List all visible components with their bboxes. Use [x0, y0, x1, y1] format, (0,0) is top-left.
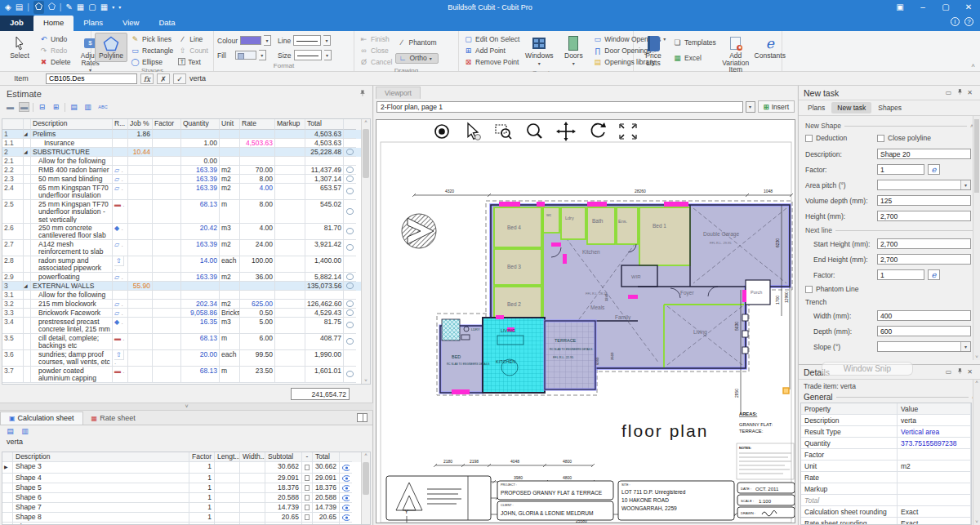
zoom-tool-icon[interactable] — [528, 124, 541, 138]
item-input[interactable] — [46, 73, 137, 84]
col-job[interactable]: Job % — [128, 119, 153, 130]
details-row[interactable]: Quantity 373.75155897238 — [801, 438, 971, 449]
tab-plans[interactable]: Plans — [74, 16, 113, 31]
calc-row[interactable]: Shape 8 1 20.65 20.65 — [2, 513, 370, 523]
tab-shapes[interactable]: Shapes — [872, 102, 907, 113]
details-pin-icon[interactable] — [954, 367, 964, 376]
trench-width-input[interactable]: 400 — [877, 310, 971, 321]
colour-dropdown-icon[interactable]: ▾ — [264, 35, 271, 46]
fx-button[interactable]: fx — [140, 73, 154, 84]
finish-button[interactable]: ⇤Finish — [358, 33, 394, 44]
estimate-row[interactable]: 3.7 powder coated aluminium capping ▬ . … — [2, 367, 370, 383]
col-quantity[interactable]: Quantity — [181, 119, 220, 130]
details-row[interactable]: Markup — [801, 483, 971, 495]
viewport-tab[interactable]: Viewport — [376, 87, 421, 99]
visibility-eye-icon[interactable] — [340, 483, 352, 493]
newtask-close-icon[interactable]: ✕ — [964, 89, 975, 96]
info-icon[interactable]: i — [951, 17, 960, 26]
tab-home[interactable]: Home — [33, 16, 74, 31]
window-style-icon[interactable]: ▣ — [889, 0, 911, 15]
colour-swatch[interactable] — [240, 36, 261, 45]
line-style-dropdown-icon[interactable]: ▾ — [323, 35, 331, 46]
calc-col-length[interactable]: Lengt... — [215, 452, 240, 462]
height-input[interactable]: 2,700 — [877, 211, 971, 221]
outdent-icon[interactable]: ▬ — [5, 103, 16, 111]
horizontal-splitter[interactable]: ˅ — [0, 403, 373, 411]
redo-button[interactable]: ↷Redo — [38, 45, 73, 56]
calc-row[interactable]: Shape 4 1 29.091 29.091 — [2, 474, 370, 483]
details-row[interactable]: Calculation sheet rounding Exact — [801, 506, 971, 518]
line-style-box[interactable] — [293, 35, 321, 46]
estimate-row[interactable]: 3.3 Brickwork Facework ▱ . 9,058.86 Bric… — [2, 309, 370, 318]
estimate-row[interactable]: 2.3 50 mm sand blinding ▱ . 163.39 m2 8.… — [2, 175, 370, 184]
factor-expression-button[interactable]: e — [928, 164, 940, 175]
calc-row[interactable]: ▶ Shape 3 1 30.662 30.662 — [2, 462, 370, 474]
split-view-icon[interactable] — [357, 413, 368, 422]
negate-checkbox[interactable] — [305, 495, 310, 501]
plan-page-dropdown-icon[interactable]: ▾ — [746, 101, 755, 113]
show-rate-icon[interactable]: ▥ — [82, 103, 93, 111]
details-row[interactable]: Unit m2 — [801, 460, 971, 472]
newtask-pin-icon[interactable] — [954, 88, 964, 97]
doors-button[interactable]: Doors▾ — [557, 33, 590, 69]
start-height-input[interactable]: 2,700 — [877, 238, 971, 249]
remove-point-button[interactable]: ⊠Remove Point — [462, 56, 521, 67]
tab-calculation-sheet[interactable]: ▣Calculation sheet — [0, 412, 83, 425]
text-button[interactable]: TText — [176, 56, 210, 67]
estimate-row[interactable]: 2.4 65 mm Kingspan TF70 underfloor insul… — [2, 184, 370, 200]
close-shape-button[interactable]: ∞Close — [358, 45, 394, 56]
visibility-eye-icon[interactable] — [340, 474, 352, 483]
estimate-row[interactable]: 2.8 radon sump and associated pipework ⇧… — [2, 256, 370, 273]
estimate-row[interactable]: 1.1 Insurance 1.00 4,503.63 4,503.63 — [2, 139, 370, 148]
negate-checkbox[interactable] — [305, 514, 310, 520]
estimate-row[interactable]: 2 ◢ SUBSTRUCTURE 10.44 25,228.48 — [2, 148, 370, 157]
add-point-button[interactable]: ⊞Add Point — [462, 45, 521, 56]
details-row[interactable]: Factor — [801, 449, 971, 460]
calc-row[interactable]: Shape 6 1 20.588 20.588 — [2, 493, 370, 503]
estimate-row[interactable]: 2.5 25 mm Kingspan TF70 underfloor insul… — [2, 200, 370, 224]
calc-col-total[interactable]: Total — [313, 452, 340, 462]
details-row[interactable]: Description verta — [801, 415, 971, 426]
visibility-eye-icon[interactable] — [340, 503, 352, 513]
calc-col-width[interactable]: Width... — [240, 452, 265, 462]
estimate-row[interactable]: 2.1 Allow for the following 0.00 — [2, 157, 370, 166]
close-polyline-checkbox[interactable]: Close polyline — [877, 134, 931, 142]
add-variation-item-button[interactable]: ✱ Add Variation Item — [719, 33, 752, 76]
calc-col-description[interactable]: Description — [13, 452, 189, 462]
calc-col-negate[interactable]: - — [302, 452, 313, 462]
calc-col-subtotal[interactable]: Subtotal — [265, 452, 302, 462]
maximize-icon[interactable]: ▢ — [934, 0, 957, 15]
details-col-property[interactable]: Property — [801, 403, 898, 415]
negate-checkbox[interactable] — [305, 465, 310, 470]
tab-new-task[interactable]: New task — [831, 102, 871, 113]
volume-depth-input[interactable]: 125 — [877, 195, 971, 206]
calc-row[interactable]: Shape 5 1 18.376 18.376 — [2, 483, 370, 493]
phantom-line-checkbox[interactable]: Phantom Line — [805, 285, 858, 293]
fill-swatch[interactable] — [235, 51, 256, 60]
next-line-factor-expression-button[interactable]: e — [928, 269, 940, 280]
minimize-icon[interactable]: – — [911, 0, 934, 15]
formula-cancel-button[interactable]: ✗ — [157, 73, 170, 84]
details-close-icon[interactable]: ✕ — [964, 368, 975, 376]
fill-dropdown-icon[interactable]: ▾ — [259, 50, 266, 60]
ribbon-collapse-icon[interactable]: ˄ — [971, 62, 975, 69]
col-factor[interactable]: Factor — [153, 119, 181, 130]
estimate-row[interactable]: 3.1 Allow for the following — [2, 291, 370, 300]
estimate-row[interactable]: 3.6 sundries; damp proof courses, wall v… — [2, 350, 370, 367]
estimate-scrollbar[interactable]: ˄˅ — [361, 119, 370, 384]
indent-icon[interactable]: ▬ — [19, 102, 29, 112]
phantom-button[interactable]: ∕Phantom — [395, 38, 438, 48]
count-button[interactable]: ⇧Count — [176, 45, 210, 56]
details-row[interactable]: Rate — [801, 472, 971, 483]
calc-scrollbar[interactable]: ˄ — [361, 452, 370, 524]
tab-job[interactable]: Job — [0, 16, 33, 31]
tab-rate-sheet[interactable]: ▦Rate sheet — [83, 412, 144, 425]
trench-slope-select[interactable] — [877, 341, 971, 352]
show-calc-icon[interactable]: ▤ — [69, 103, 79, 111]
polyline-button[interactable]: Polyline — [95, 33, 127, 62]
area-pitch-select[interactable] — [877, 180, 971, 190]
cancel-button[interactable]: ØCancel — [358, 56, 394, 67]
insert-plan-button[interactable]: ⊞Insert — [758, 100, 795, 113]
col-description[interactable]: Description — [31, 119, 113, 130]
size-box[interactable] — [294, 50, 322, 60]
